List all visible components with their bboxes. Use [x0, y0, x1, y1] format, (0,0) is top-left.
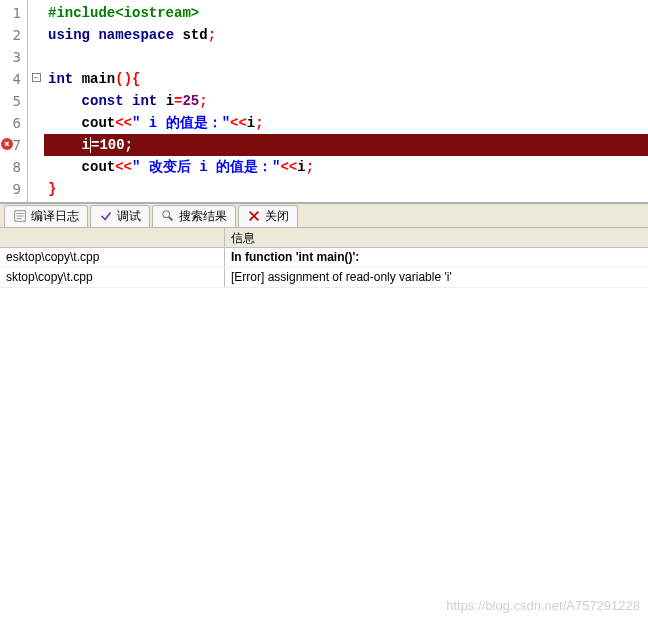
- code-token: std: [182, 27, 207, 43]
- code-token: cout: [82, 159, 116, 175]
- cell-file: sktop\copy\t.cpp: [0, 268, 225, 287]
- code-token: #include<iostream>: [48, 5, 199, 21]
- svg-point-6: [163, 211, 170, 218]
- code-token: using: [48, 27, 90, 43]
- panel-tabbar: 编译日志 调试 搜索结果 关闭: [0, 204, 648, 228]
- error-icon: ✖: [0, 137, 14, 151]
- fold-cell: [28, 110, 44, 132]
- tab-close[interactable]: 关闭: [238, 205, 298, 227]
- cell-message: [Error] assignment of read-only variable…: [225, 268, 648, 287]
- tab-label: 编译日志: [31, 208, 79, 225]
- line-number: 9: [2, 178, 21, 200]
- tab-label: 关闭: [265, 208, 289, 225]
- header-message[interactable]: 信息: [225, 228, 648, 247]
- fold-column: −: [28, 0, 44, 202]
- code-token: <<: [280, 159, 297, 175]
- code-token: ;: [306, 159, 314, 175]
- svg-text:✖: ✖: [4, 139, 9, 149]
- code-line[interactable]: [44, 46, 648, 68]
- line-number: 6: [2, 112, 21, 134]
- code-token: <<: [230, 115, 247, 131]
- code-token: " 改变后 i 的值是：": [132, 159, 280, 175]
- header-file[interactable]: [0, 228, 225, 247]
- svg-line-7: [169, 217, 173, 221]
- fold-cell: [28, 176, 44, 198]
- code-token: [157, 93, 165, 109]
- code-line[interactable]: int main(){: [44, 68, 648, 90]
- code-token: ;: [199, 93, 207, 109]
- code-line[interactable]: cout<<" 改变后 i 的值是："<<i;: [44, 156, 648, 178]
- code-token: i: [166, 93, 174, 109]
- fold-cell: [28, 44, 44, 66]
- fold-cell: [28, 132, 44, 154]
- line-number: 1: [2, 2, 21, 24]
- search-icon: [161, 209, 175, 223]
- close-icon: [247, 209, 261, 223]
- code-token: }: [48, 181, 56, 197]
- code-token: int: [48, 71, 73, 87]
- code-line[interactable]: i=100;: [44, 134, 648, 156]
- line-number: 4: [2, 68, 21, 90]
- code-token: cout: [82, 115, 116, 131]
- fold-minus-icon[interactable]: −: [32, 73, 41, 82]
- code-token: namespace: [98, 27, 174, 43]
- line-number: 3: [2, 46, 21, 68]
- code-token: =100;: [91, 137, 133, 153]
- code-line[interactable]: cout<<" i 的值是："<<i;: [44, 112, 648, 134]
- code-token: i: [82, 137, 90, 153]
- message-row[interactable]: sktop\copy\t.cpp[Error] assignment of re…: [0, 268, 648, 288]
- code-token: int: [132, 93, 157, 109]
- line-number: 5: [2, 90, 21, 112]
- message-grid[interactable]: 信息 esktop\copy\t.cppIn function 'int mai…: [0, 228, 648, 312]
- fold-cell: [28, 0, 44, 22]
- code-token: const: [82, 93, 124, 109]
- code-token: <<: [115, 159, 132, 175]
- code-token: [73, 71, 81, 87]
- code-token: {: [132, 71, 140, 87]
- log-icon: [13, 209, 27, 223]
- fold-cell: [28, 22, 44, 44]
- code-token: main: [82, 71, 116, 87]
- tab-label: 调试: [117, 208, 141, 225]
- tab-debug[interactable]: 调试: [90, 205, 150, 227]
- grid-header: 信息: [0, 228, 648, 248]
- cell-message: In function 'int main()':: [225, 248, 648, 267]
- line-number-gutter: 1234567✖89: [0, 0, 28, 202]
- tab-label: 搜索结果: [179, 208, 227, 225]
- code-editor[interactable]: 1234567✖89 − #include<iostream>using nam…: [0, 0, 648, 202]
- code-line[interactable]: }: [44, 178, 648, 200]
- code-token: i: [247, 115, 255, 131]
- fold-cell[interactable]: −: [28, 66, 44, 88]
- line-number: 8: [2, 156, 21, 178]
- code-token: [124, 93, 132, 109]
- line-number: 2: [2, 24, 21, 46]
- fold-cell: [28, 154, 44, 176]
- tab-search[interactable]: 搜索结果: [152, 205, 236, 227]
- code-token: ;: [208, 27, 216, 43]
- fold-cell: [28, 88, 44, 110]
- code-token: <<: [115, 115, 132, 131]
- code-line[interactable]: #include<iostream>: [44, 2, 648, 24]
- code-token: ;: [255, 115, 263, 131]
- check-icon: [99, 209, 113, 223]
- message-row[interactable]: esktop\copy\t.cppIn function 'int main()…: [0, 248, 648, 268]
- tab-compile-log[interactable]: 编译日志: [4, 205, 88, 227]
- watermark: https://blog.csdn.net/A757291228: [446, 598, 640, 613]
- code-token: " i 的值是：": [132, 115, 230, 131]
- code-line[interactable]: const int i=25;: [44, 90, 648, 112]
- code-area[interactable]: #include<iostream>using namespace std;in…: [44, 0, 648, 202]
- cell-file: esktop\copy\t.cpp: [0, 248, 225, 267]
- code-token: 25: [182, 93, 199, 109]
- code-token: (): [115, 71, 132, 87]
- output-panel: 编译日志 调试 搜索结果 关闭 信息 esktop\copy\t.cppIn f…: [0, 202, 648, 312]
- code-token: i: [297, 159, 305, 175]
- line-number: 7✖: [2, 134, 21, 156]
- code-line[interactable]: using namespace std;: [44, 24, 648, 46]
